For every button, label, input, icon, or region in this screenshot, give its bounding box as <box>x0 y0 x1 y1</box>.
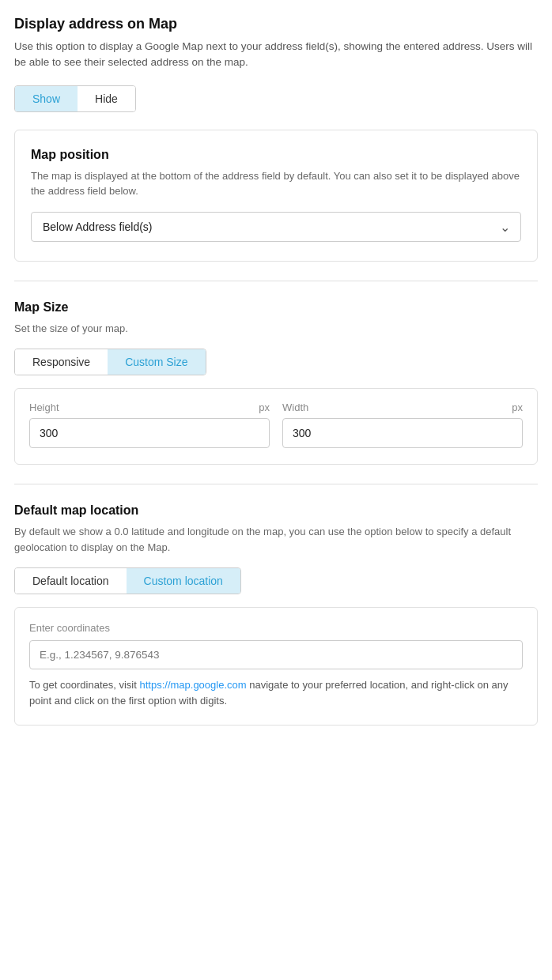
map-size-description: Set the size of your map. <box>14 321 538 337</box>
map-position-content: Map position The map is displayed at the… <box>31 148 521 242</box>
height-unit: px <box>259 401 270 413</box>
width-field: Width px <box>282 401 523 448</box>
height-input[interactable] <box>29 418 270 448</box>
hint-prefix-text: To get coordinates, visit <box>29 679 139 691</box>
height-field-header: Height px <box>29 401 270 413</box>
map-position-description: The map is displayed at the bottom of th… <box>31 168 521 199</box>
height-field: Height px <box>29 401 270 448</box>
width-label: Width <box>282 401 308 413</box>
map-location-section: Default map location By default we show … <box>14 503 538 726</box>
section-divider-1 <box>14 281 538 281</box>
width-unit: px <box>512 401 523 413</box>
page-description: Use this option to display a Google Map … <box>14 39 538 71</box>
width-field-header: Width px <box>282 401 523 413</box>
coordinates-card: Enter coordinates To get coordinates, vi… <box>14 607 538 726</box>
default-location-tab[interactable]: Default location <box>15 568 127 594</box>
coordinates-label: Enter coordinates <box>29 622 523 634</box>
size-inputs-row: Height px Width px <box>29 401 523 448</box>
show-button[interactable]: Show <box>15 86 78 111</box>
map-position-select[interactable]: Below Address field(s) Above Address fie… <box>31 212 521 242</box>
google-maps-link[interactable]: https://map.google.com <box>139 679 246 691</box>
map-location-title: Default map location <box>14 503 538 518</box>
coordinates-hint: To get coordinates, visit https://map.go… <box>29 677 523 709</box>
map-location-description: By default we show a 0.0 latitude and lo… <box>14 524 538 555</box>
map-size-section: Map Size Set the size of your map. Respo… <box>14 300 538 466</box>
width-input[interactable] <box>282 418 523 448</box>
size-inputs-card: Height px Width px <box>14 388 538 465</box>
height-label: Height <box>29 401 59 413</box>
page-title: Display address on Map <box>14 16 538 32</box>
responsive-tab[interactable]: Responsive <box>15 349 108 375</box>
hide-button[interactable]: Hide <box>78 86 135 111</box>
map-size-tab-group: Responsive Custom Size <box>14 349 206 375</box>
map-size-title: Map Size <box>14 300 538 315</box>
map-position-title: Map position <box>31 148 521 162</box>
map-position-dropdown-wrapper: Below Address field(s) Above Address fie… <box>31 212 521 242</box>
custom-location-tab[interactable]: Custom location <box>127 568 240 594</box>
location-tab-group: Default location Custom location <box>14 567 241 594</box>
coordinates-input[interactable] <box>29 640 523 669</box>
map-position-section: Map position The map is displayed at the… <box>14 130 538 262</box>
visibility-toggle: Show Hide <box>14 85 136 112</box>
custom-size-tab[interactable]: Custom Size <box>108 349 205 375</box>
section-divider-2 <box>14 484 538 484</box>
